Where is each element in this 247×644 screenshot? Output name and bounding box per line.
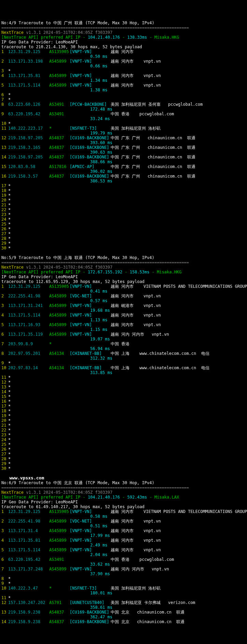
hop-org: [CU169-BACKBONE] [70, 610, 111, 615]
hop-org: [VNPT-VN] [70, 322, 111, 327]
hop-ip: 123.31.29.125 [8, 509, 49, 514]
hop-org: [VDC-NET] [70, 294, 111, 298]
hop-row: 1123.31.29.125AS135905[VNPT-VN]越南 河内市 [1, 49, 246, 54]
hop-row: 20* [1, 418, 246, 423]
hop-number: 1 [1, 509, 8, 514]
hop-location: 越南 河内市 vnpt.vn [111, 313, 161, 318]
hop-row: 27* [1, 452, 246, 456]
hop-asn: AS135905 [49, 49, 70, 54]
hop-row: 13219.158.9.238AS4837[CU169-BACKBONE]中国 … [1, 610, 246, 615]
hop-asn: AS4837 [49, 155, 70, 159]
hop-asn: AS45899 [49, 538, 70, 543]
hop-row: 30* [1, 466, 246, 471]
hop-row: 11140.222.223.17*[NSFNET-T3]美国 加利福尼亚州 洛杉… [1, 126, 246, 131]
hop-location: 中国 上海 www.chinatelecom.com.cn 电信 [111, 351, 209, 356]
hop-row: 30* [1, 246, 246, 250]
hop-row: 18* [1, 409, 246, 413]
hop-asn: AS45899 [49, 567, 70, 571]
hop-row: 22* [1, 207, 246, 212]
hop-number: 13 [1, 610, 8, 615]
hop-row: 7203.99.8.9*中国 香港 [1, 342, 246, 346]
hop-location: 中国 上海 www.chinatelecom.com.cn 电信 [111, 365, 209, 370]
hop-row: 1123.31.29.125AS135905[VNPT-VN]越南 河内市 VI… [1, 284, 246, 289]
hop-ip: 113.171.37.248 [8, 567, 49, 571]
hop-latency: 393.60 ms [90, 140, 112, 145]
hop-location: 越南 河内市 vnpt.vn [111, 59, 161, 64]
hop-location: 越南 河内市 vnpt.vn [111, 73, 161, 78]
hop-latency: 390.63 ms [90, 150, 112, 155]
hop-row: 6* [1, 92, 246, 97]
hop-ip: 113.171.5.114 [8, 548, 49, 552]
hop-ip: 113.171.5.114 [8, 313, 49, 318]
hop-ip: 113.171.35.81 [8, 73, 49, 78]
hop-row: 21* [1, 203, 246, 207]
hop-location: 美国 加利福尼亚州 洛杉矶 [111, 126, 161, 131]
hop-latency: 1.13 ms [90, 318, 108, 322]
hop-org: [CU169-BACKBONE] [70, 174, 111, 179]
hop-row: 9* [1, 361, 246, 365]
hop-row: 3* [1, 68, 246, 73]
hop-row: 2113.171.33.198AS45899[VNPT-VN]越南 河内市 vn… [1, 59, 246, 64]
hop-latency: 0.58 ms [90, 514, 108, 519]
hop-asn: AS4837 [49, 174, 70, 179]
hop-latency: 358.61 ms [90, 605, 112, 610]
hop-number: 2 [1, 519, 8, 524]
hop-location: 越南 河内市 vnpt.vn [111, 519, 161, 524]
hop-row: 4113.171.35.81AS45899[VNPT-VN]越南 河内市 vnp… [1, 538, 246, 543]
hop-number: 13 [1, 145, 8, 150]
hop-location: 越南 岘港市 vnpt.vn [111, 303, 161, 308]
hop-org: [VNPT-VN] [70, 548, 111, 552]
hop-row: 3113.171.31.241AS45899[VNPT-VN]越南 岘港市 vn… [1, 303, 246, 308]
hop-row: 15* [1, 394, 246, 399]
hop-location: 美国 加利福尼亚 卡尔弗城 verizon.com [111, 600, 195, 605]
hop-org: [VNPT-VN] [70, 509, 111, 514]
hop-location: 中国 香港 [111, 342, 129, 346]
hop-asn: * [49, 586, 70, 591]
hop-asn: AS45899 [49, 322, 70, 327]
hop-row: 15120.83.0.58AS17816[APNIC-AP]中国 广东 广州 c… [1, 164, 246, 169]
hop-latency: 56.94 ms [90, 346, 110, 351]
hop-latency: 2.49 ms [90, 543, 108, 548]
hop-number: 6 [1, 332, 8, 337]
app-version: v1.3.1 2024-05-31T02:04:05Z f303397 [26, 265, 112, 270]
hop-org: [VNPT-VN] [70, 49, 111, 54]
hop-latency: 0.50 ms [90, 54, 108, 59]
hop-asn: AS4134 [49, 365, 70, 370]
traceroute-cmd: traceroute to 210.21.4.130, 30 hops max,… [1, 44, 142, 49]
hop-location: 美国 加利福尼亚州 圣何塞 pccwglobal.com [111, 102, 203, 107]
hop-org: [VNPT-VN] [70, 303, 111, 308]
hop-row: 23* [1, 212, 246, 217]
app-version: v1.3.1 2024-05-31T02:04:05Z f303397 [26, 30, 112, 35]
hop-row: 28* [1, 456, 246, 461]
hop-ip: 123.31.29.125 [8, 49, 49, 54]
hop-row: 7113.171.37.248AS45899[VNPT-VN]越南 河内 河内市… [1, 567, 246, 571]
hop-latency: 172.48 ms [90, 107, 112, 112]
hop-latency: 19.68 ms [90, 308, 110, 313]
hop-number: 7 [1, 342, 8, 346]
hop-latency: 2.04 ms [90, 552, 108, 557]
hop-location: 越南 河内市 vnpt.vn [111, 548, 161, 552]
hop-location: 美国 加利福尼亚州 洛杉矶 [111, 586, 161, 591]
hop-ip: 140.222.3.47 [8, 586, 49, 591]
hop-latency: 1.34 ms [90, 78, 108, 83]
hop-row: 8202.97.95.201AS4134[CHINANET-BB]中国 上海 w… [1, 351, 246, 356]
hop-number: 4 [1, 313, 8, 318]
hop-location: 越南 河内市 vnpt.vn [111, 83, 161, 88]
hop-org: [CU169-BACKBONE] [70, 136, 111, 140]
hop-row: 10202.97.83.14AS4134[CHINANET-BB]中国 上海 w… [1, 365, 246, 370]
hop-ip: 63.220.195.42 [8, 557, 49, 562]
hop-row: 14219.158.97.205AS4837[CU169-BACKBONE]中国… [1, 155, 246, 159]
hop-asn: AS701 [49, 600, 70, 605]
hop-latency: 0.66 ms [90, 64, 108, 68]
trace-header: No:5/9 Traceroute to 中国 上海 联通 (TCP Mode,… [1, 255, 154, 260]
hop-location: 中国 北京 chinaunicom.cn 联通 [111, 610, 185, 615]
hop-number: 5 [1, 548, 8, 552]
hop-row: 5113.171.5.114AS45899[VNPT-VN]越南 河内市 vnp… [1, 548, 246, 552]
hop-row: 12157.130.247.202AS701[UUNETCUSTB40]美国 加… [1, 600, 246, 605]
hop-asn: AS4837 [49, 619, 70, 624]
hop-location: 中国 广东 广州 chinaunicom.cn 联通 [111, 136, 195, 140]
hop-location: 越南 河内市 vnpt.vn [111, 294, 161, 298]
hop-ip: 120.83.0.58 [8, 164, 49, 169]
hop-asn: AS45899 [49, 332, 70, 337]
trace-header: No:4/9 Traceroute to 中国 广州 联通 (TCP Mode,… [1, 21, 154, 25]
